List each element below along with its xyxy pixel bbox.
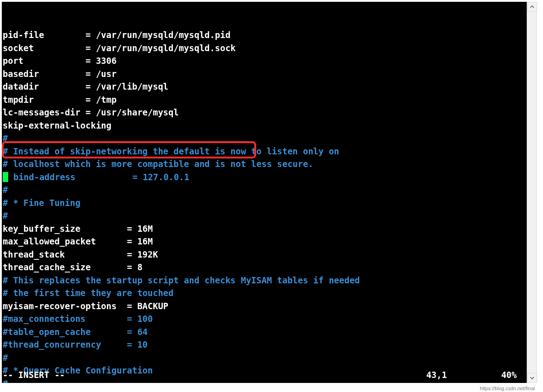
config-line[interactable]: # localhost which is more compatible and… <box>3 158 526 171</box>
comment-text: # <box>3 210 8 220</box>
chevron-down-icon <box>530 376 534 380</box>
comment-text: #max_connections = 100 <box>3 314 153 324</box>
vim-scroll-percent: 40% <box>501 368 526 381</box>
file-content[interactable]: pid-file = /var/run/mysqld/mysqld.pidsoc… <box>3 29 526 383</box>
config-line[interactable]: pid-file = /var/run/mysqld/mysqld.pid <box>3 29 526 42</box>
config-line[interactable]: lc-messages-dir = /usr/share/mysql <box>3 106 526 119</box>
scroll-up-button[interactable] <box>527 2 537 12</box>
comment-text: # the first time they are touched <box>3 288 174 298</box>
config-line[interactable]: thread_stack = 192K <box>3 248 526 261</box>
config-text: port = 3306 <box>3 56 117 66</box>
vim-cursor-position: 43,1 <box>426 368 501 381</box>
config-text: datadir = /var/lib/mysql <box>3 81 168 91</box>
config-text: lc-messages-dir = /usr/share/mysql <box>3 107 179 117</box>
config-line[interactable]: tmpdir = /tmp <box>3 93 526 106</box>
config-line[interactable]: # * Fine Tuning <box>3 196 526 210</box>
config-line[interactable]: # This replaces the startup script and c… <box>3 274 526 287</box>
config-text: thread_cache_size = 8 <box>3 262 143 272</box>
config-text: socket = /var/run/mysqld/mysqld.sock <box>3 43 236 53</box>
config-text: tmpdir = /tmp <box>3 95 117 105</box>
config-line[interactable]: # <box>3 351 526 364</box>
config-text: key_buffer_size = 16M <box>3 224 153 234</box>
vim-status-bar: -- INSERT -- 43,1 40% <box>3 368 526 381</box>
config-line[interactable]: socket = /var/run/mysqld/mysqld.sock <box>3 42 526 55</box>
config-line[interactable]: myisam-recover-options = BACKUP <box>3 300 526 313</box>
config-text: myisam-recover-options = BACKUP <box>3 301 168 311</box>
vertical-scrollbar[interactable] <box>527 2 537 383</box>
vim-mode-indicator: -- INSERT -- <box>3 368 65 381</box>
config-line[interactable]: # <box>3 132 526 145</box>
config-line[interactable]: # <box>3 209 526 222</box>
comment-text: # <box>3 133 8 143</box>
config-text: skip-external-locking <box>3 120 111 130</box>
config-text: basedir = /usr <box>3 69 117 79</box>
config-line[interactable]: #max_connections = 100 <box>3 312 526 325</box>
config-line[interactable]: thread_cache_size = 8 <box>3 261 526 274</box>
config-line[interactable]: # <box>3 183 526 196</box>
config-line[interactable]: basedir = /usr <box>3 67 526 81</box>
comment-text: # localhost which is more compatible and… <box>3 159 313 169</box>
config-line[interactable]: #thread_concurrency = 10 <box>3 338 526 351</box>
config-line[interactable]: datadir = /var/lib/mysql <box>3 80 526 93</box>
comment-text: # <box>3 185 8 195</box>
source-url-watermark: https://blog.csdn.net/final <box>480 386 535 391</box>
comment-text: #thread_concurrency = 10 <box>3 339 148 349</box>
config-text: thread_stack = 192K <box>3 249 158 259</box>
bind-address-line: bind-address = 127.0.0.1 <box>8 172 189 182</box>
config-text: max_allowed_packet = 16M <box>3 236 153 246</box>
config-line[interactable]: max_allowed_packet = 16M <box>3 235 526 248</box>
comment-text: # This replaces the startup script and c… <box>3 275 360 285</box>
comment-text: #table_open_cache = 64 <box>3 327 148 337</box>
comment-text: # Instead of skip-networking the default… <box>3 146 339 156</box>
config-line[interactable]: port = 3306 <box>3 54 526 67</box>
config-line[interactable]: bind-address = 127.0.0.1 <box>3 171 526 184</box>
comment-text: # * Fine Tuning <box>3 198 81 208</box>
config-line[interactable]: #table_open_cache = 64 <box>3 325 526 339</box>
terminal-viewport[interactable]: pid-file = /var/run/mysqld/mysqld.pidsoc… <box>2 2 527 383</box>
config-line[interactable]: # Instead of skip-networking the default… <box>3 145 526 158</box>
config-line[interactable]: skip-external-locking <box>3 119 526 132</box>
text-cursor <box>3 172 8 182</box>
config-text: pid-file = /var/run/mysqld/mysqld.pid <box>3 30 230 40</box>
config-line[interactable]: key_buffer_size = 16M <box>3 222 526 235</box>
scroll-down-button[interactable] <box>527 373 537 383</box>
config-line[interactable]: # the first time they are touched <box>3 287 526 300</box>
comment-text: # <box>3 353 8 363</box>
chevron-up-icon <box>530 5 534 9</box>
